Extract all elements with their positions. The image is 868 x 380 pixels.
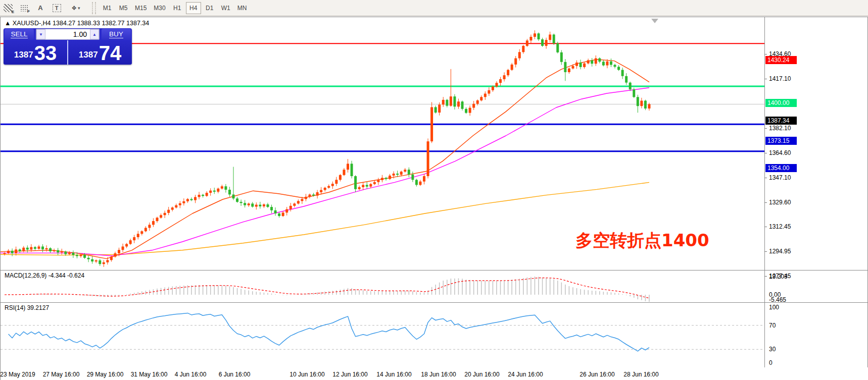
ma-fast-line: [1, 60, 649, 259]
pane-splitter[interactable]: [1, 270, 868, 270]
timeframe-button-MN[interactable]: MN: [234, 2, 250, 14]
time-axis-label: 28 Jun 16:00: [623, 371, 658, 378]
rsi-label: RSI(14) 39.2127: [5, 304, 49, 311]
sell-button[interactable]: SELL: [5, 29, 34, 40]
one-click-trading-panel: SELL ▼ 1.00 ▲ BUY 1387 33 1387 74: [4, 28, 132, 65]
price-level-badge: 1373.15: [765, 137, 797, 145]
macd-label: MACD(12,26,9) -4.344 -0.624: [5, 272, 84, 279]
timeframe-bar: M1M5M15M30H1H4D1W1MN: [99, 2, 250, 14]
timeframe-button-M30[interactable]: M30: [151, 2, 168, 14]
rsi-axis-label: 100: [769, 304, 779, 311]
volume-field[interactable]: ▼ 1.00 ▲: [36, 29, 100, 40]
time-axis-label: 31 May 16:00: [131, 371, 168, 378]
price-axis-label: 1294.95: [769, 248, 791, 255]
macd-axis-label: 19.203: [769, 273, 788, 280]
time-axis-label: 4 Jun 16:00: [175, 371, 207, 378]
rsi-axis-label: 0: [769, 359, 773, 366]
timeframe-button-M5[interactable]: M5: [116, 2, 131, 14]
channel-tool-icon[interactable]: E: [1, 2, 16, 15]
volume-value[interactable]: 1.00: [45, 30, 90, 38]
candles: [4, 30, 651, 267]
chart-text-annotation: 多空转折点1400: [575, 229, 709, 252]
price-axis-tick: [764, 79, 767, 79]
price-axis-tick: [764, 178, 767, 178]
rsi-pane-canvas[interactable]: [1, 303, 764, 367]
price-axis-border: [764, 17, 765, 367]
time-axis-label: 10 Jun 16:00: [290, 371, 324, 378]
rsi-axis-label: 30: [769, 346, 776, 353]
price-axis-tick: [764, 276, 767, 277]
chart-shift-marker-icon[interactable]: [651, 19, 658, 23]
chart-window: ▲ XAUUSD-,H4 1384.27 1388.33 1382.77 138…: [0, 17, 868, 380]
time-axis[interactable]: 23 May 201927 May 16:0029 May 16:0031 Ma…: [1, 367, 868, 380]
price-axis-label: 1364.60: [769, 149, 791, 156]
buy-button[interactable]: BUY: [102, 29, 131, 40]
timeframe-button-M15[interactable]: M15: [132, 2, 150, 14]
fibonacci-tool-icon[interactable]: F: [17, 2, 32, 15]
price-axis-label: 1312.45: [769, 223, 791, 230]
timeframe-button-W1[interactable]: W1: [218, 2, 233, 14]
time-axis-label: 6 Jun 16:00: [219, 371, 251, 378]
price-axis-label: 1347.10: [769, 174, 791, 181]
price-axis-tick: [764, 227, 767, 227]
timeframe-button-D1[interactable]: D1: [202, 2, 217, 14]
time-axis-label: 26 Jun 16:00: [580, 371, 614, 378]
price-axis-tick: [764, 251, 767, 252]
time-axis-label: 20 Jun 16:00: [464, 371, 499, 378]
volume-decrease-button[interactable]: ▼: [36, 29, 45, 39]
pane-splitter[interactable]: [1, 302, 868, 303]
price-axis-label: 1329.60: [769, 199, 791, 206]
price-axis-tick: [764, 128, 767, 129]
rsi-line: [9, 313, 649, 351]
price-axis-label: 1417.10: [769, 75, 791, 82]
timeframe-button-H1[interactable]: H1: [170, 2, 185, 14]
chevron-down-icon[interactable]: ▾: [78, 6, 80, 11]
ma-mid-line: [1, 88, 649, 256]
time-axis-label: 24 Jun 16:00: [508, 371, 543, 378]
price-level-badge: 1400.00: [765, 99, 797, 107]
toolbar-grip[interactable]: [92, 2, 96, 14]
price-axis-label: 1382.10: [769, 125, 791, 132]
price-axis-tick: [764, 202, 767, 203]
rsi-axis-label: 70: [769, 322, 776, 329]
time-axis-label: 18 Jun 16:00: [421, 371, 456, 378]
macd-axis-label: -5.465: [769, 296, 786, 303]
time-axis-label: 29 May 16:00: [87, 371, 124, 378]
toolbar: E F A T ❖▾ M1M5M15M30H1H4D1W1MN: [0, 0, 868, 16]
price-axis-tick: [764, 153, 767, 153]
time-axis-label: 14 Jun 16:00: [376, 371, 411, 378]
price-level-badge: 1354.00: [765, 164, 797, 172]
time-axis-label: 23 May 2019: [0, 371, 35, 378]
timeframe-button-H4[interactable]: H4: [186, 2, 201, 14]
time-axis-label: 27 May 16:00: [43, 371, 80, 378]
arrows-tool-icon[interactable]: ❖▾: [65, 2, 86, 15]
price-level-badge: 1387.34: [765, 117, 797, 125]
macd-histogram: [5, 277, 649, 302]
macd-signal-line: [5, 278, 649, 298]
text-tool-icon[interactable]: A: [33, 2, 48, 15]
sell-price-display: 1387 33: [4, 40, 68, 65]
price-level-badge: 1430.24: [765, 56, 797, 64]
moving-averages: [1, 60, 649, 259]
macd-pane-canvas[interactable]: [1, 271, 764, 302]
textbox-tool-icon[interactable]: T: [49, 2, 64, 15]
time-axis-label: 12 Jun 16:00: [332, 371, 367, 378]
buy-price-display: 1387 74: [68, 40, 132, 65]
price-axis-tick: [764, 54, 767, 55]
volume-increase-button[interactable]: ▲: [90, 29, 99, 39]
mt4-application: E F A T ❖▾ M1M5M15M30H1H4D1W1MN ▲ XAUUSD…: [0, 0, 868, 380]
timeframe-button-M1[interactable]: M1: [100, 2, 115, 14]
